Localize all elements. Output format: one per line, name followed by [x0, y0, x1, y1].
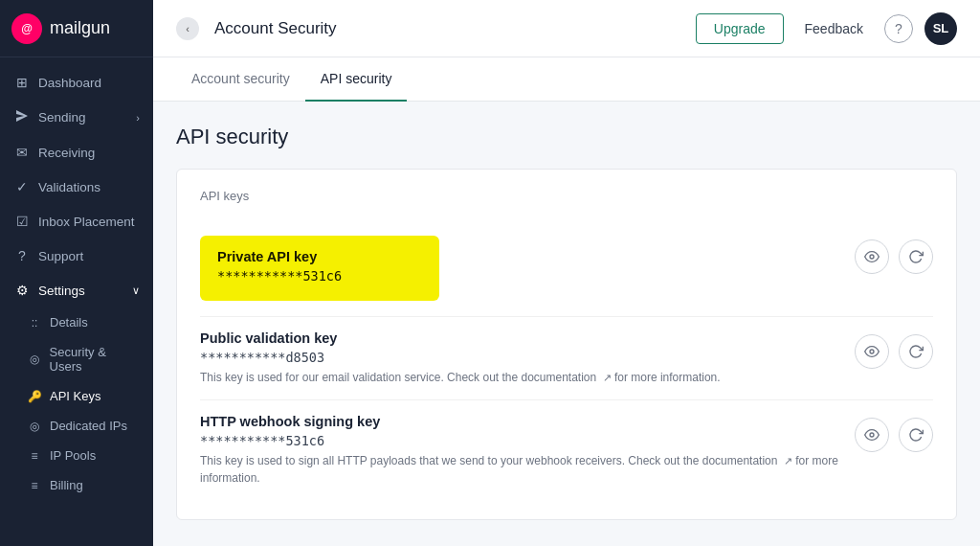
api-keys-card: API keys Private API key ***********531c…	[176, 169, 957, 520]
sidebar-item-dedicated-ips[interactable]: ◎ Dedicated IPs	[0, 411, 153, 441]
external-link-icon[interactable]: ↗	[603, 370, 612, 386]
private-key-view-button[interactable]	[855, 239, 889, 274]
settings-icon: ⚙	[13, 283, 31, 298]
sidebar-item-label: IP Pools	[50, 448, 96, 463]
sidebar-item-label: Validations	[38, 180, 100, 194]
private-key-actions	[855, 236, 933, 274]
sidebar-item-billing[interactable]: ≡ Billing	[0, 470, 153, 500]
sidebar-item-label: Billing	[50, 478, 83, 492]
sidebar-item-receiving[interactable]: ✉ Receiving	[0, 135, 153, 170]
sidebar-item-label: Inbox Placement	[38, 215, 135, 229]
content-area: Account security API security API securi…	[153, 57, 980, 546]
sidebar-item-sending[interactable]: Sending ›	[0, 100, 153, 135]
sidebar-logo[interactable]: @ mailgun	[0, 0, 153, 57]
sidebar-item-details[interactable]: :: Details	[0, 307, 153, 337]
page-content: API security API keys Private API key **…	[153, 102, 980, 543]
sidebar-collapse-button[interactable]: ‹	[176, 17, 199, 40]
tab-api-security[interactable]: API security	[305, 57, 408, 102]
svg-text:@: @	[21, 22, 33, 35]
help-icon: ?	[895, 21, 902, 36]
webhook-key-desc: This key is used to sign all HTTP payloa…	[200, 452, 855, 487]
inbox-icon: ☑	[13, 214, 31, 229]
sidebar-item-validations[interactable]: ✓ Validations	[0, 170, 153, 204]
public-key-name: Public validation key	[200, 330, 855, 346]
sidebar-item-label: Receiving	[38, 146, 95, 160]
public-key-desc: This key is used for our email validatio…	[200, 369, 855, 386]
public-key-info: Public validation key ***********d8503 T…	[200, 330, 855, 386]
sidebar-item-api-keys[interactable]: 🔑 API Keys	[0, 381, 153, 411]
public-key-refresh-button[interactable]	[899, 334, 933, 369]
sidebar-item-label: Sending	[38, 110, 86, 125]
sidebar-item-settings[interactable]: ⚙ Settings ∨	[0, 273, 153, 307]
sidebar-item-label: API Keys	[50, 389, 100, 403]
private-key-value: ***********531c6	[217, 268, 422, 284]
public-key-view-button[interactable]	[855, 334, 889, 369]
table-row: HTTP webhook signing key ***********531c…	[200, 400, 933, 500]
security-icon: ◎	[27, 353, 42, 366]
sidebar-item-inbox-placement[interactable]: ☑ Inbox Placement	[0, 204, 153, 239]
webhook-key-value: ***********531c6	[200, 433, 855, 448]
sidebar-item-label: Dedicated IPs	[50, 419, 127, 433]
receiving-icon: ✉	[13, 145, 31, 160]
ip-pools-icon: ≡	[27, 449, 42, 463]
avatar[interactable]: SL	[924, 12, 957, 45]
sidebar-item-label: Settings	[38, 284, 85, 298]
main-area: ‹ Account Security Upgrade Feedback ? SL…	[153, 0, 980, 546]
chevron-right-icon: ›	[136, 112, 140, 124]
billing-icon: ≡	[27, 479, 42, 492]
logo-icon: @	[11, 13, 42, 44]
page-header: ‹ Account Security Upgrade Feedback ? SL	[153, 0, 980, 57]
table-row: Private API key ***********531c6	[200, 222, 933, 317]
page-title: Account Security	[214, 19, 696, 38]
private-key-name: Private API key	[217, 249, 422, 264]
public-key-actions	[855, 330, 933, 369]
svg-point-3	[870, 350, 874, 353]
header-actions: Upgrade Feedback ? SL	[696, 12, 957, 45]
sidebar-navigation: ⊞ Dashboard Sending › ✉ Receiving ✓ Vali…	[0, 57, 153, 546]
sidebar-item-support[interactable]: ? Support	[0, 239, 153, 273]
upgrade-button[interactable]: Upgrade	[696, 13, 784, 44]
private-key-refresh-button[interactable]	[899, 239, 933, 274]
external-link-icon[interactable]: ↗	[784, 453, 792, 469]
tabs-bar: Account security API security	[153, 57, 980, 102]
dashboard-icon: ⊞	[13, 75, 31, 90]
public-key-value: ***********d8503	[200, 350, 855, 365]
help-button[interactable]: ?	[884, 14, 913, 43]
validations-icon: ✓	[13, 179, 31, 194]
svg-point-4	[870, 433, 874, 437]
collapse-icon: ‹	[186, 23, 189, 34]
chevron-down-icon: ∨	[132, 284, 140, 297]
sidebar-item-label: Dashboard	[38, 76, 101, 90]
sidebar: @ mailgun ⊞ Dashboard Sending › ✉ Receiv…	[0, 0, 153, 546]
sidebar-item-dashboard[interactable]: ⊞ Dashboard	[0, 65, 153, 100]
sidebar-item-label: Support	[38, 249, 83, 263]
api-security-heading: API security	[176, 125, 957, 149]
api-key-icon: 🔑	[27, 390, 42, 403]
webhook-key-view-button[interactable]	[855, 418, 889, 452]
svg-point-2	[870, 255, 874, 259]
logo-text: mailgun	[50, 18, 110, 38]
sidebar-item-label: Details	[50, 315, 88, 330]
api-keys-label: API keys	[200, 189, 933, 203]
sidebar-item-security-users[interactable]: ◎ Security & Users	[0, 337, 153, 381]
webhook-key-info: HTTP webhook signing key ***********531c…	[200, 414, 855, 487]
webhook-key-refresh-button[interactable]	[899, 418, 933, 452]
private-key-card: Private API key ***********531c6	[200, 236, 439, 301]
dedicated-ips-icon: ◎	[27, 420, 42, 433]
sending-icon	[13, 109, 31, 125]
table-row: Public validation key ***********d8503 T…	[200, 317, 933, 400]
details-icon: ::	[27, 316, 42, 330]
sidebar-item-label: Security & Users	[50, 345, 140, 374]
support-icon: ?	[13, 248, 31, 263]
tab-account-security[interactable]: Account security	[176, 57, 305, 102]
webhook-key-name: HTTP webhook signing key	[200, 414, 855, 429]
webhook-key-actions	[855, 414, 933, 452]
feedback-button[interactable]: Feedback	[795, 14, 873, 43]
private-key-info: Private API key ***********531c6	[200, 236, 855, 303]
sidebar-item-ip-pools[interactable]: ≡ IP Pools	[0, 441, 153, 470]
